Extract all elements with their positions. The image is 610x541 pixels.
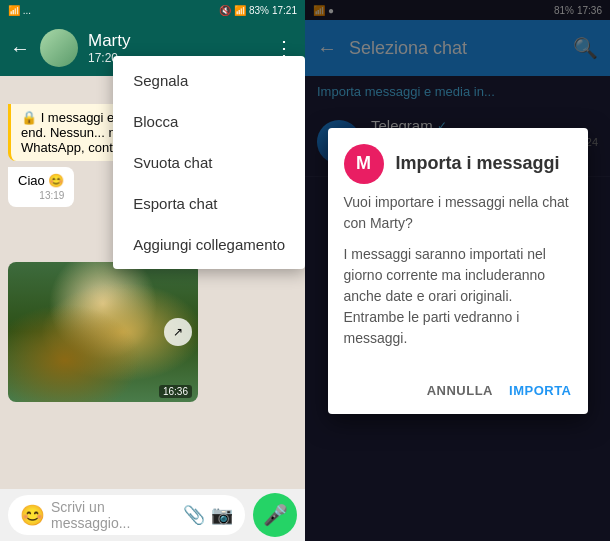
dialog-header: M Importa i messaggi	[328, 128, 588, 192]
camera-button[interactable]: 📷	[211, 504, 233, 526]
input-bar: 😊 Scrivi un messaggio... 📎 📷 🎤	[0, 489, 305, 541]
dialog-text-1: Vuoi importare i messaggi nella chat con…	[344, 192, 572, 234]
contact-name: Marty	[88, 31, 264, 51]
message-input-wrap: 😊 Scrivi un messaggio... 📎 📷	[8, 495, 245, 535]
menu-item-add-shortcut[interactable]: Aggiungi collegamento	[113, 224, 305, 265]
context-menu: Segnala Blocca Svuota chat Esporta chat …	[113, 56, 305, 269]
network-icons: 📶 ...	[8, 5, 31, 16]
incoming-message-1: Ciao 😊 13:19	[8, 167, 74, 207]
food-photo: ↗ 16:36	[8, 262, 198, 402]
emoji-button[interactable]: 😊	[20, 503, 45, 527]
right-panel: 📶 ● 81% 17:36 ← Seleziona chat 🔍 Importa…	[305, 0, 610, 541]
time-left: 17:21	[272, 5, 297, 16]
mute-icon: 🔇	[219, 5, 231, 16]
dialog-actions: ANNULLA IMPORTA	[328, 371, 588, 414]
contact-avatar	[40, 29, 78, 67]
share-button[interactable]: ↗	[164, 318, 192, 346]
back-button[interactable]: ←	[10, 37, 30, 60]
signal-icon: 📶	[234, 5, 246, 16]
menu-item-report[interactable]: Segnala	[113, 60, 305, 101]
message-time: 13:19	[18, 190, 64, 201]
dialog-avatar: M	[344, 144, 384, 184]
image-timestamp: 16:36	[159, 385, 192, 398]
cancel-button[interactable]: ANNULLA	[427, 379, 493, 402]
dialog-text-2: I messaggi saranno importati nel giorno …	[344, 244, 572, 349]
menu-item-clear-chat[interactable]: Svuota chat	[113, 142, 305, 183]
voice-button[interactable]: 🎤	[253, 493, 297, 537]
dialog-title: Importa i messaggi	[396, 153, 560, 174]
message-text: Ciao 😊	[18, 173, 64, 188]
menu-item-block[interactable]: Blocca	[113, 101, 305, 142]
left-panel: 📶 ... 🔇 📶 83% 17:21 ← Marty 17:20 ⋮ 🔒 I …	[0, 0, 305, 541]
battery-left: 83%	[249, 5, 269, 16]
lock-icon: 🔒	[21, 110, 37, 125]
message-input[interactable]: Scrivi un messaggio...	[51, 499, 177, 531]
import-button[interactable]: IMPORTA	[509, 379, 571, 402]
attach-button[interactable]: 📎	[183, 504, 205, 526]
image-message: ↗ 16:36	[8, 262, 198, 402]
import-dialog: M Importa i messaggi Vuoi importare i me…	[328, 128, 588, 414]
dialog-body: Vuoi importare i messaggi nella chat con…	[328, 192, 588, 371]
status-bar-left: 📶 ... 🔇 📶 83% 17:21	[0, 0, 305, 20]
menu-item-export-chat[interactable]: Esporta chat	[113, 183, 305, 224]
dialog-overlay: M Importa i messaggi Vuoi importare i me…	[305, 0, 610, 541]
